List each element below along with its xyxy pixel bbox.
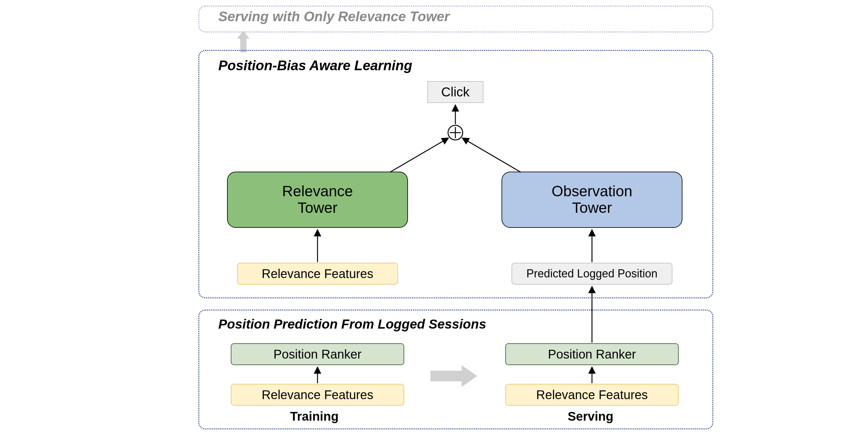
serving-with-relevance-title: Serving with Only Relevance Tower (218, 9, 450, 24)
svg-marker-1 (430, 365, 477, 387)
position-ranker-serving: Position Ranker (505, 343, 679, 365)
serving-label: Serving (568, 409, 614, 423)
svg-marker-0 (237, 31, 249, 52)
click-node: Click (427, 81, 484, 103)
predicted-logged-position: Predicted Logged Position (512, 263, 673, 285)
observation-tower: Observation Tower (501, 172, 682, 228)
position-bias-aware-learning-title: Position-Bias Aware Learning (218, 58, 412, 74)
grey-right-arrow-icon (430, 365, 477, 388)
relevance-features-training: Relevance Features (231, 384, 404, 406)
position-prediction-title: Position Prediction From Logged Sessions (218, 317, 486, 332)
position-ranker-training: Position Ranker (231, 343, 404, 365)
relevance-features-serving: Relevance Features (505, 384, 679, 406)
diagram-root: Serving with Only Relevance Tower Positi… (0, 0, 868, 440)
combine-oplus-icon (447, 125, 463, 140)
training-label: Training (290, 409, 339, 423)
relevance-features-left: Relevance Features (237, 263, 398, 285)
relevance-tower: Relevance Tower (227, 172, 408, 228)
